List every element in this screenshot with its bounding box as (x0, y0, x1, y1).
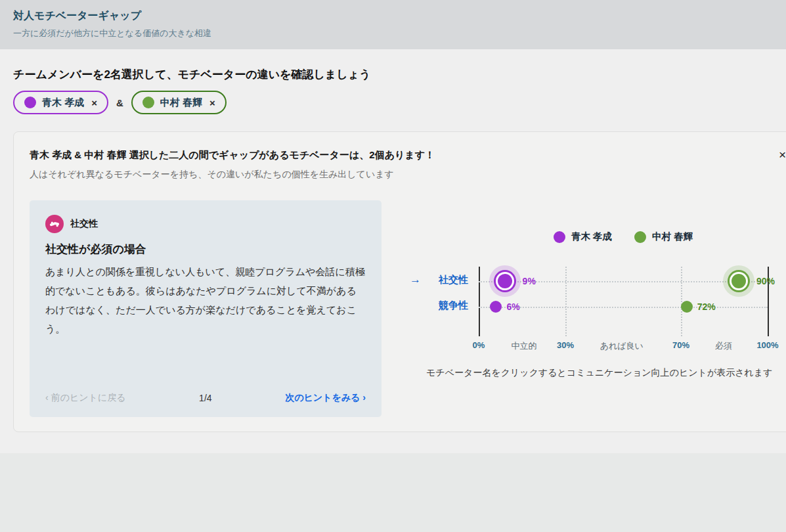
axis-gridline (565, 267, 567, 336)
handshake-icon (45, 215, 64, 233)
hint-heading: 社交性が必須の場合 (45, 242, 146, 257)
ampersand-separator: & (116, 97, 123, 108)
legend-color-dot (634, 231, 646, 243)
data-point-dot (498, 274, 512, 288)
legend-member-name: 中村 春輝 (652, 231, 693, 243)
member-chip-nakamura: 中村 春輝 × (131, 91, 227, 114)
app-screen: 対人モチベーターギャップ 一方に必須だが他方に中立となる価値の大きな相違 チーム… (0, 0, 786, 532)
gap-card-title: 青木 孝成 & 中村 春輝 選択した二人の間でギャップがあるモチベーターは、2個… (30, 149, 751, 162)
gap-result-card: 青木 孝成 & 中村 春輝 選択した二人の間でギャップがあるモチベーターは、2個… (13, 131, 786, 432)
selected-row-arrow-icon: → (410, 273, 421, 286)
chevron-right-icon: › (362, 392, 366, 403)
motivator-badge-label: 社交性 (70, 218, 98, 230)
member-color-dot (142, 97, 154, 108)
chart-plot: 0%中立的30%あれば良い70%必須100%社交性→9%90%競争性6%72% (479, 267, 768, 336)
axis-tick-label: 0% (473, 340, 485, 350)
hint-pager: ‹ 前のヒントに戻る 1/4 次のヒントをみる › (45, 392, 366, 404)
axis-tick-label: 中立的 (512, 340, 537, 352)
motivator-row-label[interactable]: 社交性 (439, 274, 468, 286)
page-banner: 対人モチベーターギャップ 一方に必須だが他方に中立となる価値の大きな相違 (0, 0, 786, 49)
row-guide-line (479, 307, 768, 308)
axis-tick-label: 100% (756, 340, 778, 350)
legend-member-name: 青木 孝成 (571, 231, 612, 243)
data-point-value-label: 72% (697, 301, 716, 312)
axis-tick-label: 30% (557, 340, 574, 350)
axis-gridline (681, 267, 682, 336)
data-point-value-label: 6% (506, 301, 519, 312)
member-name: 青木 孝成 (42, 97, 84, 109)
hint-body-text: あまり人との関係を重視しない人もいて、親睦プログラムや会話に積極的でないこともあ… (45, 262, 366, 338)
axis-gridline (479, 267, 480, 336)
close-icon[interactable]: × (779, 148, 786, 162)
legend-item: 青木 孝成 (554, 231, 612, 243)
motivator-row-label[interactable]: 競争性 (439, 299, 468, 312)
page-title: 対人モチベーターギャップ (13, 9, 773, 23)
axis-tick-label: 必須 (715, 340, 732, 352)
legend-item: 中村 春輝 (634, 231, 693, 243)
axis-tick-label: 70% (672, 340, 689, 350)
chart-footnote: モチベーター名をクリックするとコミュニケーション向上のヒントが表示されます (426, 367, 773, 379)
prev-hint-button[interactable]: ‹ 前のヒントに戻る (45, 392, 126, 404)
hint-header: 社交性 (45, 215, 98, 233)
remove-member-icon[interactable]: × (209, 97, 215, 108)
remove-member-icon[interactable]: × (91, 97, 97, 108)
data-point-dot (681, 301, 693, 313)
member-chips-row: 青木 孝成 × & 中村 春輝 × (13, 91, 227, 114)
page-subtitle: 一方に必須だが他方に中立となる価値の大きな相違 (13, 28, 773, 39)
hint-page-indicator: 1/4 (199, 393, 211, 403)
hint-card: 社交性 社交性が必須の場合 あまり人との関係を重視しない人もいて、親睦プログラム… (30, 200, 382, 417)
axis-tick-label: あれば良い (600, 340, 644, 352)
data-point-value-label: 9% (523, 276, 536, 286)
chart-legend: 青木 孝成中村 春輝 (479, 231, 768, 243)
bottom-background-strip (0, 453, 786, 532)
member-color-dot (24, 97, 36, 108)
data-point-value-label: 90% (756, 276, 775, 286)
section-heading: チームメンバーを2名選択して、モチベーターの違いを確認しましょう (13, 67, 370, 82)
legend-color-dot (554, 231, 565, 243)
chevron-left-icon: ‹ (45, 392, 49, 403)
data-point-dot (490, 301, 502, 313)
member-name: 中村 春輝 (160, 97, 202, 109)
data-point-dot (731, 274, 746, 288)
member-chip-aoki: 青木 孝成 × (13, 91, 108, 114)
gap-card-subtitle: 人はそれぞれ異なるモチベーターを持ち、その違いが私たちの個性を生み出しています (30, 169, 394, 181)
next-hint-button[interactable]: 次のヒントをみる › (285, 392, 366, 404)
